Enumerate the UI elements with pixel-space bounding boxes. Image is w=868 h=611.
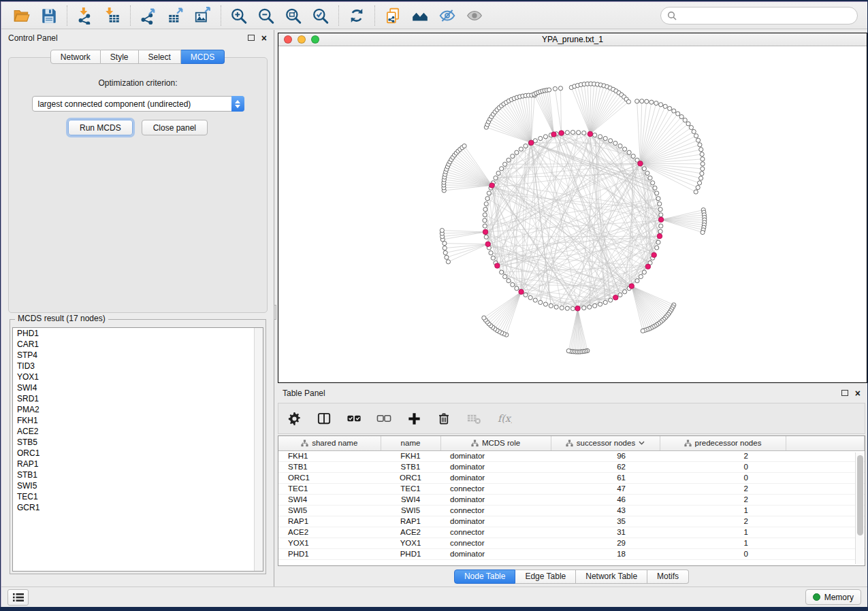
column-header-shared-name[interactable]: shared name xyxy=(278,436,381,450)
table-row[interactable]: TEC1TEC1connector472 xyxy=(278,483,865,494)
result-list-item[interactable]: STB1 xyxy=(13,469,263,480)
column-header-successor-nodes[interactable]: successor nodes xyxy=(551,436,660,450)
result-list-item[interactable]: YOX1 xyxy=(13,371,263,382)
cell[interactable]: connector xyxy=(440,538,551,548)
cell[interactable]: dominator xyxy=(440,548,551,559)
first-neighbors-button[interactable] xyxy=(406,4,434,27)
result-list-item[interactable]: SWI4 xyxy=(13,382,263,393)
cell[interactable]: connector xyxy=(440,527,551,538)
network-canvas[interactable] xyxy=(278,46,867,382)
cell[interactable]: RAP1 xyxy=(381,516,440,527)
result-list-item[interactable]: TID3 xyxy=(13,361,263,371)
cell[interactable]: 1 xyxy=(660,505,786,516)
import-table-button[interactable] xyxy=(99,4,126,27)
cell[interactable]: ORC1 xyxy=(278,472,381,483)
tab-motifs[interactable]: Motifs xyxy=(647,569,689,584)
result-list-item[interactable]: ACE2 xyxy=(13,426,263,437)
select-all-button[interactable] xyxy=(345,408,363,429)
cell[interactable]: 31 xyxy=(551,527,660,538)
table-row[interactable]: YOX1YOX1connector291 xyxy=(278,538,865,548)
float-table-panel-icon[interactable] xyxy=(841,390,848,396)
columns-button[interactable] xyxy=(315,408,333,429)
result-list-item[interactable]: FKH1 xyxy=(13,415,263,426)
column-header-MCDS-role[interactable]: MCDS role xyxy=(440,436,551,450)
cell[interactable]: TEC1 xyxy=(381,483,440,494)
destroy-table-button[interactable] xyxy=(465,408,483,429)
cell[interactable]: SWI5 xyxy=(278,505,381,516)
cell[interactable]: RAP1 xyxy=(278,516,381,527)
search-input[interactable] xyxy=(677,11,851,20)
tab-select[interactable]: Select xyxy=(139,50,181,64)
tab-node-table[interactable]: Node Table xyxy=(454,569,516,584)
cell[interactable]: 35 xyxy=(551,516,660,527)
export-image-button[interactable] xyxy=(189,4,216,27)
cell[interactable]: YOX1 xyxy=(381,538,440,548)
result-list-item[interactable]: SWI5 xyxy=(13,480,263,491)
trash-button[interactable] xyxy=(435,408,453,429)
result-list-item[interactable]: PHD1 xyxy=(13,328,263,339)
run-mcds-button[interactable]: Run MCDS xyxy=(68,120,133,135)
result-list-item[interactable]: RAP1 xyxy=(13,459,263,469)
cell[interactable]: YOX1 xyxy=(278,538,381,548)
cell[interactable]: connector xyxy=(440,505,551,516)
result-list-scrollbar[interactable] xyxy=(254,328,263,571)
export-network-button[interactable] xyxy=(135,4,162,27)
cell[interactable]: dominator xyxy=(440,461,551,472)
cell[interactable]: 2 xyxy=(660,483,786,494)
deselect-all-button[interactable] xyxy=(375,408,393,429)
column-header-name[interactable]: name xyxy=(381,436,440,450)
import-network-button[interactable] xyxy=(71,4,99,27)
cell[interactable]: dominator xyxy=(440,516,551,527)
table-row[interactable]: ORC1ORC1dominator610 xyxy=(278,472,865,483)
zoom-selected-button[interactable] xyxy=(307,4,334,27)
tab-network-table[interactable]: Network Table xyxy=(576,569,647,584)
close-table-panel-icon[interactable]: × xyxy=(855,390,861,397)
cell[interactable]: FKH1 xyxy=(278,450,381,461)
network-window-titlebar[interactable]: YPA_prune.txt_1 xyxy=(278,33,867,46)
cell[interactable]: 1 xyxy=(660,538,786,548)
open-folder-button[interactable] xyxy=(8,4,35,27)
table-row[interactable]: PHD1PHD1dominator180 xyxy=(278,548,865,559)
table-row[interactable]: SWI5SWI5connector431 xyxy=(278,505,865,516)
mcds-result-list[interactable]: PHD1CAR1STP4TID3YOX1SWI4SRD1PMA2FKH1ACE2… xyxy=(12,327,263,572)
show-all-button[interactable] xyxy=(461,4,488,27)
gear-button[interactable] xyxy=(285,408,303,429)
cell[interactable]: ACE2 xyxy=(278,527,381,538)
table-row[interactable]: FKH1FKH1dominator962 xyxy=(278,450,865,461)
float-panel-icon[interactable] xyxy=(248,35,255,41)
cell[interactable]: PHD1 xyxy=(278,548,381,559)
cell[interactable]: 1 xyxy=(660,527,786,538)
close-panel-button[interactable]: Close panel xyxy=(142,120,208,135)
close-panel-icon[interactable]: × xyxy=(261,35,267,42)
table-row[interactable]: SWI4SWI4dominator462 xyxy=(278,494,865,505)
command-panel-button[interactable] xyxy=(7,589,29,606)
table-scrollbar[interactable] xyxy=(855,452,864,564)
result-list-item[interactable]: CAR1 xyxy=(13,339,263,350)
cell[interactable]: PHD1 xyxy=(381,548,440,559)
refresh-button[interactable] xyxy=(343,4,370,27)
result-list-item[interactable]: PMA2 xyxy=(13,404,263,415)
function-button[interactable]: f(x) xyxy=(495,408,513,429)
result-list-item[interactable]: GCR1 xyxy=(13,502,263,513)
cell[interactable]: dominator xyxy=(440,450,551,461)
cell[interactable]: FKH1 xyxy=(381,450,440,461)
cell[interactable]: SWI4 xyxy=(381,494,440,505)
cell[interactable]: 0 xyxy=(660,548,786,559)
cell[interactable]: dominator xyxy=(440,472,551,483)
splitter-grip[interactable] xyxy=(274,305,276,320)
table-row[interactable]: STB1STB1dominator620 xyxy=(278,461,865,472)
result-list-item[interactable]: STB5 xyxy=(13,437,263,448)
zoom-in-button[interactable] xyxy=(225,4,253,27)
zoom-out-button[interactable] xyxy=(253,4,280,27)
cell[interactable]: 2 xyxy=(660,450,786,461)
hide-selected-button[interactable] xyxy=(434,4,461,27)
tab-mcds[interactable]: MCDS xyxy=(181,50,225,64)
cell[interactable]: SWI4 xyxy=(278,494,381,505)
export-table-button[interactable] xyxy=(162,4,189,27)
cell[interactable]: 46 xyxy=(551,494,660,505)
save-button[interactable] xyxy=(35,4,63,27)
tab-edge-table[interactable]: Edge Table xyxy=(515,569,576,584)
cell[interactable]: connector xyxy=(440,483,551,494)
cell[interactable]: dominator xyxy=(440,494,551,505)
cell[interactable]: 61 xyxy=(551,472,660,483)
